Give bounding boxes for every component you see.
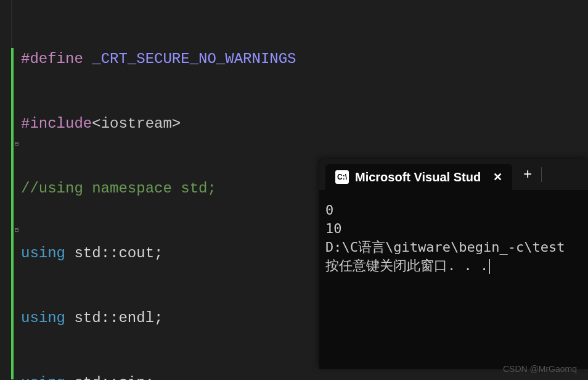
keyword: using bbox=[21, 374, 65, 380]
comment: //using namespace std; bbox=[21, 180, 216, 197]
fold-icon[interactable]: ⊟ bbox=[14, 227, 20, 233]
console-tab[interactable]: C:\ Microsoft Visual Stud ✕ bbox=[325, 164, 512, 191]
namespace: std bbox=[74, 310, 100, 326]
console-window[interactable]: C:\ Microsoft Visual Stud ✕ + 010D:\C语言\… bbox=[319, 159, 588, 369]
console-tabbar: C:\ Microsoft Visual Stud ✕ + bbox=[319, 159, 588, 190]
divider bbox=[541, 167, 542, 182]
macro-name: _CRT_SECURE_NO_WARNINGS bbox=[92, 51, 296, 67]
watermark: CSDN @MrGaomq bbox=[503, 364, 577, 374]
code-line: #define _CRT_SECURE_NO_WARNINGS bbox=[21, 48, 588, 70]
identifier: endl bbox=[118, 310, 154, 326]
identifier: cout bbox=[118, 245, 154, 262]
namespace: std bbox=[74, 245, 100, 262]
close-icon[interactable]: ✕ bbox=[493, 170, 502, 184]
fold-icon[interactable]: ⊟ bbox=[14, 141, 20, 147]
output-prompt: 按任意键关闭此窗口. . . bbox=[325, 257, 582, 275]
code-line: #include<iostream> bbox=[21, 113, 588, 134]
editor-gutter: ⊟ ⊟ bbox=[0, 0, 12, 380]
preproc-directive: #define bbox=[21, 51, 83, 67]
console-tab-title: Microsoft Visual Stud bbox=[355, 170, 481, 184]
keyword: using bbox=[21, 310, 65, 326]
console-output[interactable]: 010D:\C语言\gitware\begin_-c\test按任意键关闭此窗口… bbox=[319, 190, 588, 286]
keyword: using bbox=[21, 245, 65, 262]
header-name: iostream bbox=[101, 115, 172, 132]
output-path: D:\C语言\gitware\begin_-c\test bbox=[325, 238, 582, 257]
new-tab-button[interactable]: + bbox=[523, 167, 532, 183]
output-line: 0 bbox=[325, 201, 582, 220]
namespace: std bbox=[74, 374, 100, 380]
output-line: 10 bbox=[325, 220, 582, 238]
terminal-icon: C:\ bbox=[335, 170, 349, 184]
preproc-directive: #include bbox=[21, 115, 92, 132]
identifier: cin bbox=[118, 374, 145, 380]
cursor-icon bbox=[489, 259, 490, 274]
change-bar bbox=[11, 48, 14, 379]
